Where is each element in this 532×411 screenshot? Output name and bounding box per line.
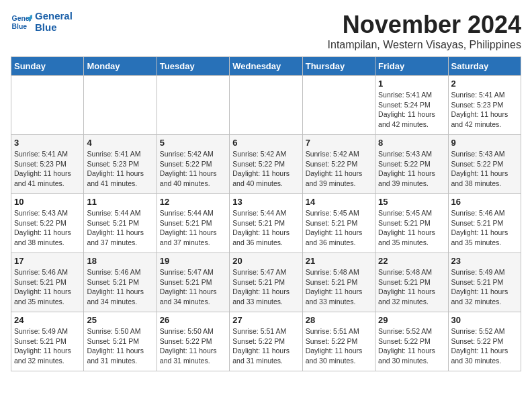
svg-text:Blue: Blue [12,22,28,30]
day-info: Sunrise: 5:46 AMSunset: 5:21 PMDaylight:… [14,267,81,307]
logo-line1: General [35,11,73,22]
calendar-cell: 11Sunrise: 5:44 AMSunset: 5:21 PMDayligh… [84,194,157,253]
calendar-cell: 30Sunrise: 5:52 AMSunset: 5:22 PMDayligh… [448,312,521,371]
calendar-cell: 5Sunrise: 5:42 AMSunset: 5:22 PMDaylight… [157,135,229,194]
calendar-cell [84,76,157,135]
calendar-week-5: 24Sunrise: 5:49 AMSunset: 5:21 PMDayligh… [11,312,521,371]
calendar-cell: 28Sunrise: 5:51 AMSunset: 5:22 PMDayligh… [302,312,375,371]
calendar-cell: 21Sunrise: 5:48 AMSunset: 5:21 PMDayligh… [302,253,375,312]
day-info: Sunrise: 5:50 AMSunset: 5:21 PMDaylight:… [87,326,153,366]
calendar-cell [302,76,375,135]
day-number: 24 [14,315,81,325]
calendar-cell: 27Sunrise: 5:51 AMSunset: 5:22 PMDayligh… [230,312,302,371]
calendar-cell: 10Sunrise: 5:43 AMSunset: 5:22 PMDayligh… [11,194,84,253]
day-number: 11 [87,197,153,207]
day-info: Sunrise: 5:42 AMSunset: 5:22 PMDaylight:… [160,149,226,189]
day-number: 9 [451,138,518,148]
day-number: 22 [378,256,445,266]
calendar-cell: 29Sunrise: 5:52 AMSunset: 5:22 PMDayligh… [375,312,448,371]
header-sunday: Sunday [11,57,84,76]
day-info: Sunrise: 5:41 AMSunset: 5:24 PMDaylight:… [378,90,445,130]
day-number: 2 [451,79,518,89]
calendar-cell: 18Sunrise: 5:46 AMSunset: 5:21 PMDayligh… [84,253,157,312]
day-info: Sunrise: 5:50 AMSunset: 5:22 PMDaylight:… [160,326,226,366]
location-subtitle: Intampilan, Western Visayas, Philippines [328,39,521,51]
calendar-cell: 7Sunrise: 5:42 AMSunset: 5:22 PMDaylight… [302,135,375,194]
calendar-header-row: SundayMondayTuesdayWednesdayThursdayFrid… [11,57,521,76]
calendar-cell: 23Sunrise: 5:49 AMSunset: 5:21 PMDayligh… [448,253,521,312]
calendar-week-3: 10Sunrise: 5:43 AMSunset: 5:22 PMDayligh… [11,194,521,253]
day-number: 8 [378,138,445,148]
day-info: Sunrise: 5:42 AMSunset: 5:22 PMDaylight:… [306,149,372,189]
day-number: 21 [306,256,372,266]
calendar-cell: 26Sunrise: 5:50 AMSunset: 5:22 PMDayligh… [157,312,229,371]
day-number: 3 [14,138,81,148]
header-monday: Monday [84,57,157,76]
day-number: 1 [378,79,445,89]
day-info: Sunrise: 5:43 AMSunset: 5:22 PMDaylight:… [451,149,518,189]
calendar-cell [230,76,302,135]
calendar-cell: 22Sunrise: 5:48 AMSunset: 5:21 PMDayligh… [375,253,448,312]
calendar-cell: 13Sunrise: 5:44 AMSunset: 5:21 PMDayligh… [230,194,302,253]
calendar-cell: 8Sunrise: 5:43 AMSunset: 5:22 PMDaylight… [375,135,448,194]
calendar-cell: 4Sunrise: 5:41 AMSunset: 5:23 PMDaylight… [84,135,157,194]
day-info: Sunrise: 5:43 AMSunset: 5:22 PMDaylight:… [378,149,445,189]
day-number: 7 [306,138,372,148]
day-info: Sunrise: 5:46 AMSunset: 5:21 PMDaylight:… [451,208,518,248]
day-info: Sunrise: 5:52 AMSunset: 5:22 PMDaylight:… [378,326,445,366]
calendar-cell: 25Sunrise: 5:50 AMSunset: 5:21 PMDayligh… [84,312,157,371]
day-number: 25 [87,315,153,325]
day-number: 19 [160,256,226,266]
day-number: 5 [160,138,226,148]
calendar-cell: 1Sunrise: 5:41 AMSunset: 5:24 PMDaylight… [375,76,448,135]
day-info: Sunrise: 5:47 AMSunset: 5:21 PMDaylight:… [160,267,226,307]
day-number: 29 [378,315,445,325]
day-info: Sunrise: 5:45 AMSunset: 5:21 PMDaylight:… [378,208,445,248]
day-info: Sunrise: 5:48 AMSunset: 5:21 PMDaylight:… [378,267,445,307]
day-info: Sunrise: 5:51 AMSunset: 5:22 PMDaylight:… [232,326,299,366]
calendar-cell: 19Sunrise: 5:47 AMSunset: 5:21 PMDayligh… [157,253,229,312]
calendar-week-2: 3Sunrise: 5:41 AMSunset: 5:23 PMDaylight… [11,135,521,194]
calendar-cell [11,76,84,135]
calendar-cell: 14Sunrise: 5:45 AMSunset: 5:21 PMDayligh… [302,194,375,253]
day-info: Sunrise: 5:49 AMSunset: 5:21 PMDaylight:… [14,326,81,366]
day-number: 28 [306,315,372,325]
day-info: Sunrise: 5:41 AMSunset: 5:23 PMDaylight:… [14,149,81,189]
day-info: Sunrise: 5:47 AMSunset: 5:21 PMDaylight:… [232,267,299,307]
calendar-cell: 15Sunrise: 5:45 AMSunset: 5:21 PMDayligh… [375,194,448,253]
calendar-cell: 6Sunrise: 5:42 AMSunset: 5:22 PMDaylight… [230,135,302,194]
day-info: Sunrise: 5:49 AMSunset: 5:21 PMDaylight:… [451,267,518,307]
day-number: 20 [232,256,299,266]
day-info: Sunrise: 5:41 AMSunset: 5:23 PMDaylight:… [87,149,153,189]
day-number: 18 [87,256,153,266]
title-block: November 2024 Intampilan, Western Visaya… [328,11,521,51]
calendar-cell: 17Sunrise: 5:46 AMSunset: 5:21 PMDayligh… [11,253,84,312]
day-number: 6 [232,138,299,148]
day-number: 30 [451,315,518,325]
day-info: Sunrise: 5:52 AMSunset: 5:22 PMDaylight:… [451,326,518,366]
day-info: Sunrise: 5:51 AMSunset: 5:22 PMDaylight:… [306,326,372,366]
day-info: Sunrise: 5:48 AMSunset: 5:21 PMDaylight:… [306,267,372,307]
logo-line2: Blue [35,22,73,34]
calendar-cell: 2Sunrise: 5:41 AMSunset: 5:23 PMDaylight… [448,76,521,135]
calendar-week-4: 17Sunrise: 5:46 AMSunset: 5:21 PMDayligh… [11,253,521,312]
calendar-cell: 24Sunrise: 5:49 AMSunset: 5:21 PMDayligh… [11,312,84,371]
calendar-cell: 3Sunrise: 5:41 AMSunset: 5:23 PMDaylight… [11,135,84,194]
header-saturday: Saturday [448,57,521,76]
day-number: 17 [14,256,81,266]
header-tuesday: Tuesday [157,57,229,76]
calendar-cell: 9Sunrise: 5:43 AMSunset: 5:22 PMDaylight… [448,135,521,194]
day-number: 10 [14,197,81,207]
day-number: 27 [232,315,299,325]
day-number: 26 [160,315,226,325]
day-number: 16 [451,197,518,207]
calendar-cell: 16Sunrise: 5:46 AMSunset: 5:21 PMDayligh… [448,194,521,253]
day-info: Sunrise: 5:42 AMSunset: 5:22 PMDaylight:… [232,149,299,189]
calendar-week-1: 1Sunrise: 5:41 AMSunset: 5:24 PMDaylight… [11,76,521,135]
day-info: Sunrise: 5:45 AMSunset: 5:21 PMDaylight:… [306,208,372,248]
day-number: 23 [451,256,518,266]
day-info: Sunrise: 5:43 AMSunset: 5:22 PMDaylight:… [14,208,81,248]
logo: General Blue General Blue [11,11,73,33]
day-number: 14 [306,197,372,207]
day-info: Sunrise: 5:44 AMSunset: 5:21 PMDaylight:… [160,208,226,248]
